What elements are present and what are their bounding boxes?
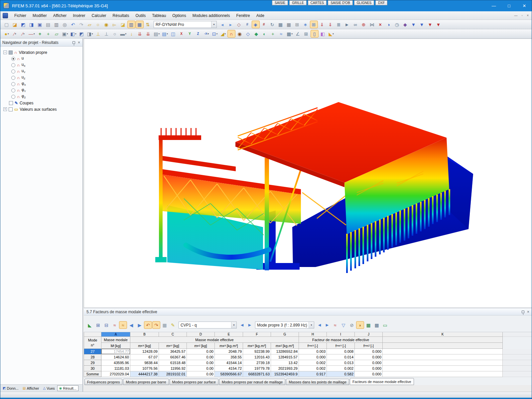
column-letter[interactable]: G xyxy=(271,332,299,337)
checkbox[interactable] xyxy=(9,51,13,55)
snap-grid-icon[interactable]: ◢▾ xyxy=(219,30,227,38)
status-toggle-button[interactable]: GRILLE xyxy=(289,0,307,5)
status-toggle-button[interactable]: CARTES xyxy=(308,0,327,5)
table-tab[interactable]: Fréquences propres xyxy=(84,379,122,385)
mode-column-header[interactable]: Moden° xyxy=(84,337,101,349)
surface-tool-icon[interactable]: ▱ xyxy=(53,30,61,38)
delete-row-icon[interactable]: ⊟ xyxy=(102,321,110,329)
graphic-area[interactable] xyxy=(84,39,532,308)
load-combination-icon[interactable]: ⇓ xyxy=(327,21,334,28)
table-cell[interactable]: 12016.43 xyxy=(243,354,271,360)
chevron-down-icon[interactable]: ▾ xyxy=(211,21,216,28)
table-cell[interactable]: 1284915.57 xyxy=(271,354,299,360)
unit-header[interactable]: meX[kg] xyxy=(130,343,159,349)
table-edit-icon[interactable]: ✎ xyxy=(169,321,177,329)
node-generator-icon[interactable]: + xyxy=(36,30,44,38)
table-cell[interactable]: 10776.56 xyxy=(130,366,159,371)
table-cell[interactable]: 0.582 xyxy=(327,371,355,377)
insert-row-icon[interactable]: ⊞ xyxy=(94,321,102,329)
unit-header[interactable] xyxy=(383,343,503,349)
table-cell[interactable]: 2048.79 xyxy=(215,349,243,354)
column-letter[interactable]: B xyxy=(130,332,159,337)
isometric-view-icon[interactable]: ◇ xyxy=(244,30,252,38)
close-icon[interactable]: × xyxy=(78,40,80,45)
close-icon[interactable]: × xyxy=(527,310,529,314)
arc-tool-icon[interactable]: ∕▾ xyxy=(19,30,27,38)
table-cell[interactable]: 43595.96 xyxy=(101,360,130,366)
table-cell[interactable]: 358.55 xyxy=(215,354,243,360)
mode-shape-display-icon[interactable]: ∩ xyxy=(227,30,235,38)
unit-header[interactable]: meY[kg] xyxy=(159,343,187,349)
table-cell[interactable]: 0.008 xyxy=(327,349,355,354)
load-generator-icon[interactable]: ▤▾ xyxy=(153,30,161,38)
group-header-empty[interactable] xyxy=(383,337,503,343)
table-cell[interactable]: 41544.14 xyxy=(215,360,243,366)
row-header[interactable]: 28 xyxy=(84,354,101,360)
menu-item[interactable]: Calculer xyxy=(89,13,109,18)
tree-item-mode-component[interactable]: ∩ uZ xyxy=(3,74,82,81)
menu-item[interactable]: Modifier xyxy=(30,13,50,18)
maximize-button[interactable]: □ xyxy=(501,0,517,11)
corner-cell[interactable] xyxy=(84,332,101,337)
minimize-button[interactable]: — xyxy=(486,0,501,11)
table-cell[interactable]: 92238.99 xyxy=(243,349,271,354)
previous-table-icon[interactable]: ◀ xyxy=(127,321,135,329)
table-cell[interactable]: 17454.77 xyxy=(101,349,130,354)
solid-tool-icon[interactable]: ◧▾ xyxy=(69,30,77,38)
view-mode-icon[interactable]: ↶ xyxy=(144,321,152,329)
table-cell[interactable]: 0.000 xyxy=(355,371,383,377)
table-cell[interactable]: 0.003 xyxy=(299,349,327,354)
radio-button[interactable] xyxy=(11,95,15,99)
nodal-support-icon[interactable]: ⊥ xyxy=(94,30,102,38)
opening-tool-icon[interactable]: ▣▾ xyxy=(61,30,69,38)
table-cell[interactable]: 0.00 xyxy=(187,349,215,354)
unit-header[interactable]: mφY[kg.m²] xyxy=(243,343,271,349)
pan-table-icon[interactable]: ◗ xyxy=(356,321,364,329)
import-icon[interactable]: ◩ xyxy=(19,21,27,28)
table-cell[interactable]: 67.07 xyxy=(130,354,159,360)
table-cell[interactable] xyxy=(383,366,503,371)
pin-icon[interactable] xyxy=(72,41,75,44)
member-tool-icon[interactable]: —▾ xyxy=(28,30,36,38)
new-window-icon[interactable]: ◪ xyxy=(119,21,127,28)
selection-icon[interactable]: ▤▾ xyxy=(161,30,169,38)
tree-item-coupes[interactable]: ✎ Coupes xyxy=(3,100,82,106)
column-letter[interactable]: D xyxy=(187,332,215,337)
menu-item[interactable]: Fenêtre xyxy=(233,13,253,18)
table-tab[interactable]: Modes propres par nœud de maillage xyxy=(219,379,285,385)
group-header-facteur[interactable]: Facteur de masse modale effective xyxy=(299,337,383,343)
color-scale-icon[interactable]: ◧ xyxy=(319,30,327,38)
chevron-down-icon[interactable]: ▾ xyxy=(231,322,236,328)
open-model-icon[interactable]: ◪ xyxy=(11,21,19,28)
close-button[interactable]: ✕ xyxy=(517,0,532,11)
unit-header[interactable]: fmeY[-] xyxy=(327,343,355,349)
table-cell[interactable] xyxy=(383,354,503,360)
column-letter[interactable]: J xyxy=(355,332,383,337)
animate-icon[interactable]: ◉ xyxy=(236,30,244,38)
table-cell[interactable]: 13.42 xyxy=(271,360,299,366)
renumber-icon[interactable]: ⇅ xyxy=(144,21,152,28)
table-cell[interactable]: 13286552.84 xyxy=(271,349,299,354)
group-header-masse-modale[interactable]: Masse modale xyxy=(101,337,130,343)
mdi-close-icon[interactable]: × xyxy=(527,14,529,17)
mdi-restore-icon[interactable]: ▫ xyxy=(522,14,523,17)
tree-item-mode-component[interactable]: ∩ φX xyxy=(3,81,82,87)
panel-toggle-icon[interactable]: ▯ xyxy=(311,30,319,38)
table-cell[interactable]: 11181.03 xyxy=(101,366,130,371)
radio-button[interactable] xyxy=(11,76,15,80)
dimension-icon[interactable]: ◇ xyxy=(235,21,243,28)
navigator-tab[interactable]: △ Vues xyxy=(41,385,56,391)
table-tab[interactable]: Facteurs de masse modale effective xyxy=(350,378,414,385)
column-letter[interactable]: A xyxy=(101,332,130,337)
next-loadcase-icon[interactable]: ▶ xyxy=(246,322,253,329)
menu-item[interactable]: Aide xyxy=(253,13,267,18)
line-support-icon[interactable]: ⊥ xyxy=(103,30,111,38)
table-tab[interactable]: Masses dans les points de maillage xyxy=(286,379,349,385)
member-hinge-icon[interactable]: ○ xyxy=(111,30,119,38)
table-cell[interactable]: 0.002 xyxy=(299,360,327,366)
member-load-icon[interactable]: ⇊ xyxy=(136,30,144,38)
visibility-icon[interactable]: + xyxy=(269,30,277,38)
goto-table-icon[interactable]: ▦ xyxy=(277,21,285,28)
result-nav-z-icon[interactable]: ▼ xyxy=(426,21,434,28)
new-model-icon[interactable]: ▢ xyxy=(3,21,11,28)
